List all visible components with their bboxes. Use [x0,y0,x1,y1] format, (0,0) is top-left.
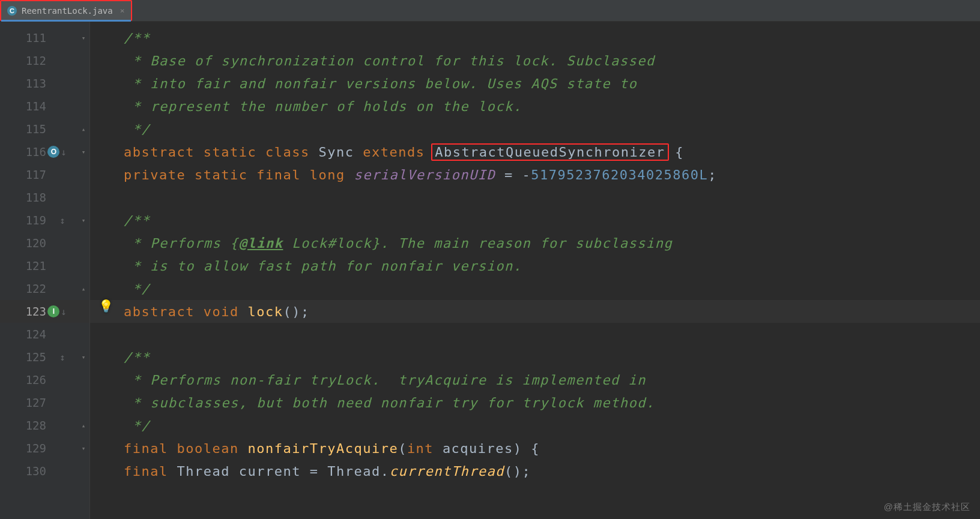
code-line[interactable]: abstract void lock(); [90,300,980,323]
line-number[interactable]: 118 [0,186,89,209]
fold-toggle-icon[interactable] [79,34,88,42]
code-line[interactable] [90,186,980,209]
code-line[interactable]: */ [90,414,980,437]
tab-filename: ReentrantLock.java [22,6,113,16]
code-line[interactable]: */ [90,277,980,300]
code-area[interactable]: @稀土掘金技术社区 /** * Base of synchronization … [90,22,980,519]
code-line[interactable]: final boolean nonfairTryAcquire(int acqu… [90,437,980,460]
line-number[interactable]: 126 [0,368,89,391]
tab-bar: C ReentrantLock.java × [0,0,980,22]
code-line[interactable]: /** [90,26,980,49]
expand-icon[interactable]: ↕ [59,352,65,363]
line-number[interactable]: 115 [0,118,89,140]
line-number[interactable]: 128 [0,414,89,437]
code-line[interactable]: /** [90,346,980,368]
line-number[interactable]: 120 [0,232,89,254]
code-line[interactable]: * Performs {@link Lock#lock}. The main r… [90,232,980,254]
code-line[interactable]: * into fair and nonfair versions below. … [90,72,980,95]
class-icon: C [7,6,17,16]
code-line[interactable]: /** [90,209,980,232]
line-number[interactable]: 127 [0,391,89,414]
watermark: @稀土掘金技术社区 [884,502,970,513]
line-number[interactable]: 123I↓ [0,300,89,323]
line-number[interactable]: 114 [0,95,89,118]
code-line[interactable] [90,323,980,346]
expand-icon[interactable]: ↕ [59,215,65,226]
line-number[interactable]: 113 [0,72,89,95]
code-line[interactable]: */ [90,118,980,140]
override-marker-icon[interactable]: O↓ [47,146,67,158]
line-number[interactable]: 122 [0,277,89,300]
fold-toggle-icon[interactable] [79,148,88,156]
code-line[interactable]: * is to allow fast path for nonfair vers… [90,254,980,277]
gutter: 111112113114115116O↓117118119↕1201211221… [0,22,90,519]
code-line[interactable]: final Thread current = Thread.currentThr… [90,460,980,482]
code-line[interactable]: * subclasses, but both need nonfair try … [90,391,980,414]
line-number[interactable]: 112 [0,49,89,72]
fold-toggle-icon[interactable] [79,125,88,133]
highlighted-class: AbstractQueuedSynchronizer [431,143,668,161]
implements-marker-icon[interactable]: I↓ [47,305,67,317]
close-icon[interactable]: × [120,6,125,15]
code-line[interactable]: abstract static class Sync extends Abstr… [90,140,980,163]
code-line[interactable]: * represent the number of holds on the l… [90,95,980,118]
line-number[interactable]: 119↕ [0,209,89,232]
fold-toggle-icon[interactable] [79,284,88,293]
fold-toggle-icon[interactable] [79,216,88,224]
editor: 111112113114115116O↓117118119↕1201211221… [0,22,980,519]
line-number[interactable]: 130 [0,460,89,482]
fold-toggle-icon[interactable] [79,444,88,452]
fold-toggle-icon[interactable] [79,353,88,361]
line-number[interactable]: 117 [0,163,89,186]
editor-tab[interactable]: C ReentrantLock.java × [0,0,132,21]
line-number[interactable]: 111 [0,26,89,49]
fold-toggle-icon[interactable] [79,421,88,430]
fold-column [79,26,89,519]
line-number[interactable]: 124 [0,323,89,346]
code-line[interactable]: private static final long serialVersionU… [90,163,980,186]
line-number[interactable]: 125↕ [0,346,89,368]
code-line[interactable]: * Base of synchronization control for th… [90,49,980,72]
line-number[interactable]: 121 [0,254,89,277]
line-number[interactable]: 129 [0,437,89,460]
line-number[interactable]: 116O↓ [0,140,89,163]
intention-bulb-icon[interactable]: 💡 [98,299,113,313]
code-line[interactable]: * Performs non-fair tryLock. tryAcquire … [90,368,980,391]
